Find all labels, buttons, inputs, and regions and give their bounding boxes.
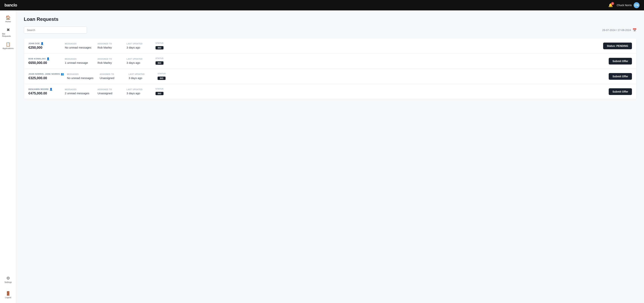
assigned-label: ASSIGNED TO [100,73,126,75]
topnav-right: 🔔 3 Chuck Norris CN [608,2,640,8]
loan-messages: MESSAGES No unread messages [65,43,94,49]
sidebar-item-label: Home [6,21,11,23]
status-badge: BID [156,61,164,65]
loan-messages: MESSAGES 1 unread message [65,58,94,64]
loan-updated: LAST UPDATED 3 days ago [126,58,152,64]
applications-icon: 📋 [6,42,10,47]
messages-label: MESSAGES [65,43,94,45]
status-label: STATUS [156,42,170,44]
notifications-button[interactable]: 🔔 3 [608,3,613,8]
date-range-text: 28-07-2024 / 27-08-2024 [602,29,631,32]
sidebar-item-bid-requests[interactable]: ✖ Bid Requests [1,26,16,40]
people-icon: 👤 [50,88,53,91]
updated-label: LAST UPDATED [126,43,152,45]
loan-assigned: ASSIGNED TO Unassigned [100,73,126,80]
search-input[interactable] [24,27,87,34]
home-icon: 🏠 [6,16,10,20]
messages-value: No unread messages [65,46,94,49]
submit-offer-button[interactable]: Submit Offer [609,73,632,80]
loan-amount: €325,000.00 [28,76,64,80]
updated-label: LAST UPDATED [126,58,152,60]
updated-value: 3 days ago [126,61,152,64]
messages-value: No unread messages [67,76,96,80]
status-badge: BID [158,77,166,80]
messages-label: MESSAGES [65,89,94,91]
messages-value: 2 unread messages [65,92,94,95]
topnav: banclo 🔔 3 Chuck Norris CN [0,0,644,11]
status-label: STATUS [156,88,170,90]
main-content: Loan Requests 28-07-2024 / 27-08-2024 📅 … [16,11,644,303]
people-icon: 👤 [40,42,44,45]
loan-messages: MESSAGES No unread messages [67,73,96,80]
messages-label: MESSAGES [67,73,96,75]
sidebar-item-home[interactable]: 🏠 Home [1,13,16,25]
logo: banclo [4,3,17,8]
loan-row: BOB KOWALSKI 👤 €650,000.00 MESSAGES 1 un… [24,54,636,69]
assigned-label: ASSIGNED TO [98,89,124,91]
toolbar: 28-07-2024 / 27-08-2024 📅 [24,27,636,34]
calendar-icon[interactable]: 📅 [632,28,636,32]
loan-row: JOAN NORRIS, JANE NORRIS 👥 €325,000.00 M… [24,69,636,84]
updated-label: LAST UPDATED [128,73,154,75]
loan-action: Submit Offer [609,58,632,65]
loan-applicant: BOB KOWALSKI 👤 €650,000.00 [28,57,62,65]
assigned-label: ASSIGNED TO [98,43,124,45]
sidebar-item-settings[interactable]: ⚙ Settings [1,274,16,285]
submit-offer-button[interactable]: Submit Offer [609,58,632,65]
assigned-value: Rob Marley [98,61,124,64]
sidebar-item-label: Logout [5,296,11,298]
sidebar-item-label: Settings [4,281,12,283]
logout-icon: 🚪 [6,291,10,295]
status-badge: BID [156,46,164,50]
assigned-label: ASSIGNED TO [98,58,124,60]
loan-assigned: ASSIGNED TO Unassigned [98,89,124,95]
loan-status: STATUS BID [156,58,170,65]
date-filter: 28-07-2024 / 27-08-2024 📅 [602,28,636,32]
loan-amount: €650,000.00 [28,61,62,65]
people-icon: 👤 [46,57,50,60]
sidebar-item-applications[interactable]: 📋 Applications [1,40,16,52]
assigned-value: Unassigned [98,92,124,95]
loan-list: JOHN DOE 👤 €250,000 MESSAGES No unread m… [24,38,636,99]
user-name: Chuck Norris [617,4,632,7]
loan-status: STATUS BID [156,88,170,95]
sidebar-item-label: Bid Requests [2,33,14,37]
loan-action: Submit Offer [609,73,632,80]
loan-status: STATUS BID [158,73,172,80]
updated-label: LAST UPDATED [126,89,152,91]
sidebar: 🏠 Home ✖ Bid Requests 📋 Applications ⚙ S… [0,11,16,303]
messages-label: MESSAGES [65,58,94,60]
status-badge: BID [156,92,164,95]
loan-applicant: BENJAMIN MOORE 👤 €475,000.00 [28,88,62,95]
updated-value: 3 days ago [126,92,152,95]
notifications-badge: 3 [611,2,614,5]
status-label: STATUS [158,73,172,75]
people-icon: 👥 [61,73,64,76]
loan-action: Status: PENDING [603,43,632,49]
applicant-name: BOB KOWALSKI 👤 [28,57,62,60]
loan-messages: MESSAGES 2 unread messages [65,89,94,95]
bid-requests-icon: ✖ [6,28,10,32]
sidebar-item-logout[interactable]: 🚪 Logout [1,289,16,301]
loan-assigned: ASSIGNED TO Rob Marley [98,43,124,49]
avatar: CN [634,2,640,8]
sidebar-item-label: Applications [2,47,14,50]
loan-applicant: JOHN DOE 👤 €250,000 [28,42,62,50]
updated-value: 3 days ago [128,76,154,80]
loan-updated: LAST UPDATED 3 days ago [128,73,154,80]
loan-updated: LAST UPDATED 3 days ago [126,43,152,49]
loan-applicant: JOAN NORRIS, JANE NORRIS 👥 €325,000.00 [28,73,64,80]
settings-icon: ⚙ [6,276,10,280]
assigned-value: Rob Marley [98,46,124,49]
loan-amount: €250,000 [28,46,62,50]
status-pending-button[interactable]: Status: PENDING [603,43,632,49]
messages-value: 1 unread message [65,61,94,64]
submit-offer-button[interactable]: Submit Offer [609,88,632,95]
applicant-name: JOAN NORRIS, JANE NORRIS 👥 [28,73,64,76]
loan-status: STATUS BID [156,42,170,50]
loan-assigned: ASSIGNED TO Rob Marley [98,58,124,64]
loan-updated: LAST UPDATED 3 days ago [126,89,152,95]
loan-amount: €475,000.00 [28,92,62,95]
loan-row: BENJAMIN MOORE 👤 €475,000.00 MESSAGES 2 … [24,84,636,99]
assigned-value: Unassigned [100,76,126,80]
